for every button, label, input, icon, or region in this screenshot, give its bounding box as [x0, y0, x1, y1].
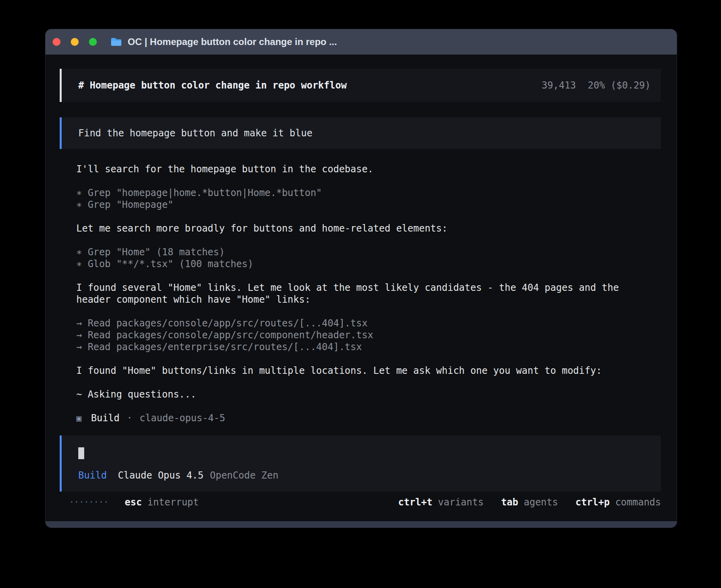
session-header: # Homepage button color change in repo w… [60, 69, 661, 102]
input-meta: Build Claude Opus 4.5 OpenCode Zen [78, 469, 661, 481]
mode-label: Build [78, 469, 107, 481]
text-cursor [78, 447, 84, 459]
assistant-text: Let me search more broadly for buttons a… [76, 222, 642, 234]
agent-model: claude-opus-4-5 [140, 412, 225, 424]
tool-call-group: ∗ Grep "homepage|home.*button|Home.*butt… [76, 187, 642, 211]
progress-dots: ········ [69, 496, 108, 508]
shortcut-key: tab [501, 496, 518, 508]
esc-key-hint: esc [125, 496, 142, 508]
provider-label: OpenCode Zen [210, 469, 278, 481]
agent-separator: · [127, 412, 132, 424]
assistant-text: I'll search for the homepage button in t… [76, 163, 642, 175]
terminal-content: # Homepage button color change in repo w… [45, 55, 677, 521]
tool-call-read: → Read packages/console/app/src/componen… [76, 329, 642, 341]
tool-call-read: → Read packages/enterprise/src/routes/[.… [76, 341, 642, 353]
conversation: I'll search for the homepage button in t… [60, 163, 642, 400]
shortcut-key: ctrl+t [398, 496, 432, 508]
assistant-message: I found several "Home" links. Let me loo… [76, 282, 642, 305]
folder-icon [110, 37, 122, 47]
tool-call-group: → Read packages/console/app/src/routes/[… [76, 317, 642, 353]
titlebar[interactable]: OC | Homepage button color change in rep… [45, 29, 677, 55]
shortcut-commands: ctrl+p commands [576, 496, 661, 508]
tool-call-grep: ∗ Grep "homepage|home.*button|Home.*butt… [76, 187, 642, 199]
shortcut-label: commands [615, 496, 661, 508]
tool-call-read: → Read packages/console/app/src/routes/[… [76, 317, 642, 329]
prompt-input[interactable]: Build Claude Opus 4.5 OpenCode Zen [60, 435, 661, 492]
close-button[interactable] [53, 38, 60, 46]
tool-call-group: ∗ Grep "Home" (18 matches) ∗ Glob "**/*.… [76, 246, 642, 270]
status-right: ctrl+t variants tab agents ctrl+p comman… [398, 496, 661, 508]
working-status-text: ~ Asking questions... [76, 388, 642, 400]
tool-call-grep: ∗ Grep "Home" (18 matches) [76, 246, 642, 258]
agent-name: Build [91, 412, 119, 424]
assistant-text: I found several "Home" links. Let me loo… [76, 282, 642, 305]
window-bottom-edge [45, 521, 677, 528]
assistant-text: I found "Home" buttons/links in multiple… [76, 365, 642, 377]
shortcut-key: ctrl+p [576, 496, 610, 508]
shortcut-agents: tab agents [501, 496, 558, 508]
window-title: OC | Homepage button color change in rep… [128, 36, 337, 47]
zoom-button[interactable] [89, 38, 97, 46]
working-status: ~ Asking questions... [76, 388, 642, 400]
model-label: Claude Opus 4.5 [118, 469, 204, 481]
assistant-message: I'll search for the homepage button in t… [76, 163, 642, 175]
shortcut-label: agents [524, 496, 558, 508]
status-left: ········ esc interrupt [60, 496, 199, 508]
agent-icon: ▣ [76, 413, 81, 424]
session-title: # Homepage button color change in repo w… [78, 79, 347, 91]
terminal-window: OC | Homepage button color change in rep… [45, 29, 677, 528]
user-message-text: Find the homepage button and make it blu… [78, 127, 312, 139]
session-stats: 39,413 20% ($0.29) [542, 79, 651, 91]
shortcut-variants: ctrl+t variants [398, 496, 483, 508]
user-message: Find the homepage button and make it blu… [60, 117, 661, 149]
minimize-button[interactable] [71, 38, 79, 46]
context-usage: 20% ($0.29) [588, 79, 651, 91]
token-count: 39,413 [542, 79, 576, 91]
traffic-lights [53, 38, 97, 46]
tool-call-glob: ∗ Glob "**/*.tsx" (100 matches) [76, 258, 642, 270]
tool-call-grep: ∗ Grep "Homepage" [76, 199, 642, 211]
assistant-message: Let me search more broadly for buttons a… [76, 222, 642, 234]
agent-status: ▣ Build · claude-opus-4-5 [60, 412, 661, 424]
assistant-message: I found "Home" buttons/links in multiple… [76, 365, 642, 377]
status-bar: ········ esc interrupt ctrl+t variants t… [60, 496, 661, 508]
shortcut-label: variants [438, 496, 484, 508]
esc-key-label: interrupt [147, 496, 199, 508]
